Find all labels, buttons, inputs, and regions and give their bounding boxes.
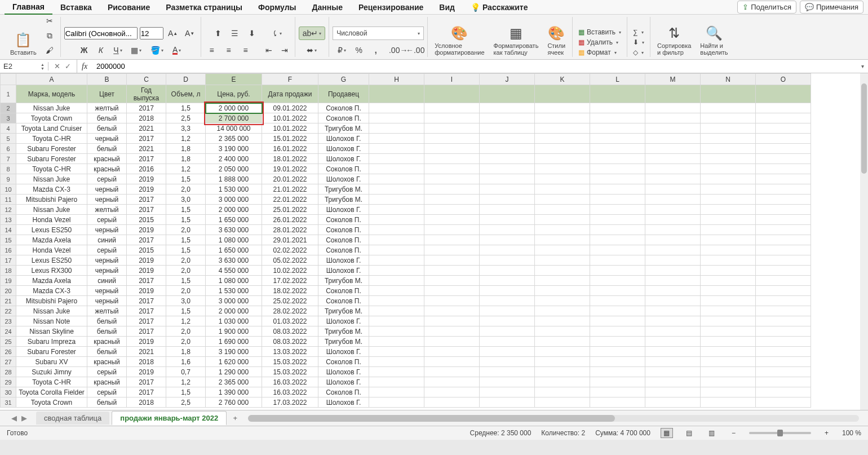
cell-B21[interactable]: черный bbox=[87, 296, 127, 306]
cell-G16[interactable]: Соколов П. bbox=[318, 245, 369, 255]
cell-J20[interactable] bbox=[480, 286, 535, 296]
cell-H27[interactable] bbox=[369, 357, 424, 367]
cell-I14[interactable] bbox=[424, 225, 480, 235]
cell-F20[interactable]: 18.02.2022 bbox=[262, 286, 318, 296]
cell-K27[interactable] bbox=[535, 357, 590, 367]
cell-E7[interactable]: 2 400 000 bbox=[206, 154, 262, 164]
cell-N1[interactable] bbox=[701, 85, 756, 103]
cell-E29[interactable]: 2 365 000 bbox=[206, 377, 262, 387]
cell-D17[interactable]: 2,0 bbox=[166, 255, 206, 266]
cell-F22[interactable]: 28.02.2022 bbox=[262, 306, 318, 316]
cell-J28[interactable] bbox=[480, 367, 535, 377]
cell-D13[interactable]: 1,5 bbox=[166, 215, 206, 225]
cell-D4[interactable]: 3,3 bbox=[166, 123, 206, 134]
cell-B4[interactable]: белый bbox=[87, 123, 127, 134]
cell-N9[interactable] bbox=[701, 174, 756, 184]
row-header-5[interactable]: 5 bbox=[1, 134, 16, 144]
cell-N12[interactable] bbox=[701, 205, 756, 215]
row-header-24[interactable]: 24 bbox=[1, 326, 16, 337]
cell-K12[interactable] bbox=[535, 205, 590, 215]
cell-B8[interactable]: красный bbox=[87, 164, 127, 174]
format-as-table-button[interactable]: ▦ Форматировать как таблицу bbox=[490, 24, 542, 57]
cell-C15[interactable]: 2017 bbox=[127, 235, 166, 245]
cell-E5[interactable]: 2 365 000 bbox=[206, 134, 262, 144]
cell-J12[interactable] bbox=[480, 205, 535, 215]
row-header-8[interactable]: 8 bbox=[1, 164, 16, 174]
row-header-2[interactable]: 2 bbox=[1, 103, 16, 113]
cell-L22[interactable] bbox=[590, 306, 645, 316]
cell-E18[interactable]: 4 550 000 bbox=[206, 266, 262, 276]
cell-G17[interactable]: Шолохов Г. bbox=[318, 255, 369, 266]
cell-K10[interactable] bbox=[535, 184, 590, 195]
sheet-nav-prev[interactable]: ◀ bbox=[11, 414, 17, 422]
cell-I20[interactable] bbox=[424, 286, 480, 296]
italic-button[interactable]: К bbox=[94, 43, 108, 57]
cell-O1[interactable] bbox=[756, 85, 811, 103]
cell-L11[interactable] bbox=[590, 195, 645, 205]
cell-O9[interactable] bbox=[756, 174, 811, 184]
cell-M25[interactable] bbox=[645, 337, 701, 347]
name-box[interactable]: E2 ▲▼ bbox=[0, 62, 48, 70]
cell-D3[interactable]: 2,5 bbox=[166, 113, 206, 123]
cell-E2[interactable]: 2 000 000 bbox=[206, 103, 262, 113]
row-header-23[interactable]: 23 bbox=[1, 316, 16, 326]
cell-B13[interactable]: серый bbox=[87, 215, 127, 225]
cell-O2[interactable] bbox=[756, 103, 811, 113]
cell-H2[interactable] bbox=[369, 103, 424, 113]
cell-D25[interactable]: 2,0 bbox=[166, 337, 206, 347]
cell-F28[interactable]: 15.03.2022 bbox=[262, 367, 318, 377]
cell-J11[interactable] bbox=[480, 195, 535, 205]
format-painter-button[interactable]: 🖌 bbox=[42, 43, 57, 57]
cell-J31[interactable] bbox=[480, 397, 535, 408]
tab-home[interactable]: Главная bbox=[5, 0, 52, 15]
cell-N25[interactable] bbox=[701, 337, 756, 347]
cell-E4[interactable]: 14 000 000 bbox=[206, 123, 262, 134]
cell-N31[interactable] bbox=[701, 397, 756, 408]
cell-A23[interactable]: Nissan Note bbox=[16, 316, 87, 326]
cell-H24[interactable] bbox=[369, 326, 424, 337]
cell-A26[interactable]: Subaru Forester bbox=[16, 347, 87, 357]
cell-F10[interactable]: 21.01.2022 bbox=[262, 184, 318, 195]
cell-G24[interactable]: Тригубов М. bbox=[318, 326, 369, 337]
cell-K28[interactable] bbox=[535, 367, 590, 377]
cell-L5[interactable] bbox=[590, 134, 645, 144]
cell-A24[interactable]: Nissan Skyline bbox=[16, 326, 87, 337]
cell-G19[interactable]: Тригубов М. bbox=[318, 276, 369, 286]
cell-C7[interactable]: 2017 bbox=[127, 154, 166, 164]
cell-D8[interactable]: 1,2 bbox=[166, 164, 206, 174]
cell-I25[interactable] bbox=[424, 337, 480, 347]
tab-review[interactable]: Рецензирование bbox=[351, 1, 431, 14]
cell-F1[interactable]: Дата продажи bbox=[262, 85, 318, 103]
cell-A3[interactable]: Toyota Crown bbox=[16, 113, 87, 123]
cell-H9[interactable] bbox=[369, 174, 424, 184]
align-right-button[interactable]: ≡ bbox=[238, 43, 253, 57]
cell-M13[interactable] bbox=[645, 215, 701, 225]
cell-C3[interactable]: 2018 bbox=[127, 113, 166, 123]
cell-K9[interactable] bbox=[535, 174, 590, 184]
cell-L29[interactable] bbox=[590, 377, 645, 387]
cell-M20[interactable] bbox=[645, 286, 701, 296]
cell-O24[interactable] bbox=[756, 326, 811, 337]
cell-D24[interactable]: 2,0 bbox=[166, 326, 206, 337]
cell-J26[interactable] bbox=[480, 347, 535, 357]
cell-G9[interactable]: Шолохов Г. bbox=[318, 174, 369, 184]
cell-O14[interactable] bbox=[756, 225, 811, 235]
cell-M14[interactable] bbox=[645, 225, 701, 235]
cell-J9[interactable] bbox=[480, 174, 535, 184]
cell-H14[interactable] bbox=[369, 225, 424, 235]
cell-B5[interactable]: черный bbox=[87, 134, 127, 144]
cell-B31[interactable]: белый bbox=[87, 397, 127, 408]
cell-F31[interactable]: 17.03.2022 bbox=[262, 397, 318, 408]
cell-I5[interactable] bbox=[424, 134, 480, 144]
cell-J17[interactable] bbox=[480, 255, 535, 266]
align-middle-button[interactable]: ☰ bbox=[228, 26, 242, 40]
cell-N24[interactable] bbox=[701, 326, 756, 337]
cell-A19[interactable]: Mazda Axela bbox=[16, 276, 87, 286]
cell-E28[interactable]: 1 290 000 bbox=[206, 367, 262, 377]
cell-C5[interactable]: 2017 bbox=[127, 134, 166, 144]
cell-O11[interactable] bbox=[756, 195, 811, 205]
row-header-22[interactable]: 22 bbox=[1, 306, 16, 316]
cell-K2[interactable] bbox=[535, 103, 590, 113]
cell-A16[interactable]: Honda Vezel bbox=[16, 245, 87, 255]
cell-G21[interactable]: Соколов П. bbox=[318, 296, 369, 306]
